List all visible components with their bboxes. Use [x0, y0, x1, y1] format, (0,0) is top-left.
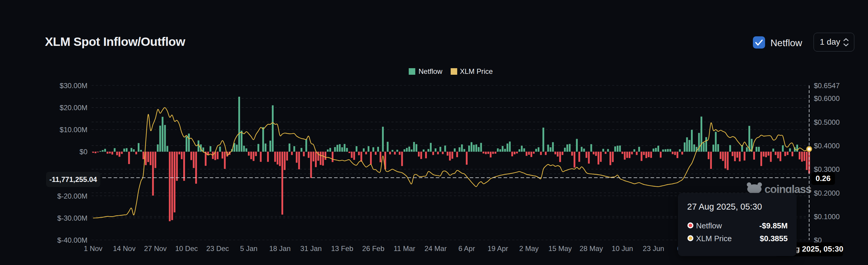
svg-text:19 Apr: 19 Apr [488, 244, 508, 253]
svg-text:-11,771,255.04: -11,771,255.04 [50, 175, 97, 183]
svg-text:24 Mar: 24 Mar [425, 244, 447, 253]
svg-text:$0: $0 [80, 148, 88, 156]
svg-text:$10.00M: $10.00M [60, 126, 88, 134]
svg-text:$0.3000: $0.3000 [814, 165, 840, 173]
svg-text:6 Apr: 6 Apr [458, 244, 475, 253]
svg-text:$0.4000: $0.4000 [814, 142, 840, 150]
svg-text:$0.5000: $0.5000 [814, 118, 840, 126]
svg-text:$20.00M: $20.00M [60, 104, 88, 112]
svg-text:15 May: 15 May [549, 244, 572, 253]
svg-text:18 Jan: 18 Jan [269, 244, 290, 253]
svg-text:$0.6547: $0.6547 [814, 82, 840, 90]
svg-text:28 May: 28 May [580, 244, 603, 253]
svg-text:$0.2000: $0.2000 [814, 189, 840, 197]
svg-text:23 Dec: 23 Dec [207, 244, 229, 253]
svg-text:$0.6000: $0.6000 [814, 94, 840, 102]
svg-text:26 Feb: 26 Feb [362, 244, 384, 253]
svg-text:11 Mar: 11 Mar [394, 244, 415, 253]
svg-text:$-20.00M: $-20.00M [57, 192, 88, 200]
svg-text:$30.00M: $30.00M [60, 82, 88, 90]
svg-text:10 Dec: 10 Dec [175, 244, 198, 253]
svg-text:13 Feb: 13 Feb [331, 244, 353, 253]
svg-text:27 Nov: 27 Nov [144, 244, 166, 253]
svg-text:1 Nov: 1 Nov [84, 244, 103, 253]
svg-text:$-30.00M: $-30.00M [57, 214, 88, 222]
svg-text:23 Jun: 23 Jun [643, 244, 664, 253]
svg-text:$-40.00M: $-40.00M [57, 236, 88, 244]
svg-text:5 Jan: 5 Jan [240, 244, 258, 253]
svg-text:10 Jun: 10 Jun [612, 244, 633, 253]
svg-text:31 Jan: 31 Jan [301, 244, 322, 253]
svg-text:2 May: 2 May [519, 244, 539, 253]
svg-text:0.26: 0.26 [816, 174, 831, 183]
svg-text:$0.1000: $0.1000 [814, 213, 840, 220]
svg-text:14 Nov: 14 Nov [113, 244, 136, 253]
